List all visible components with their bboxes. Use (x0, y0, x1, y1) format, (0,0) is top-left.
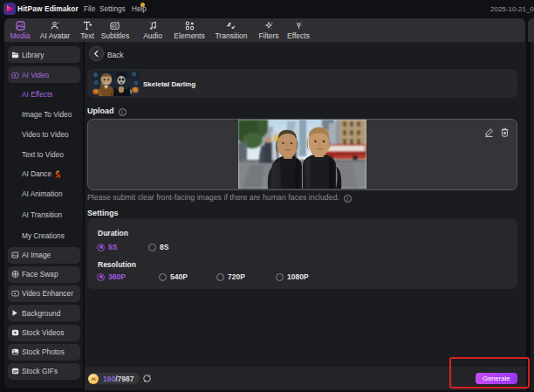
svg-text:GIF: GIF (12, 370, 18, 374)
